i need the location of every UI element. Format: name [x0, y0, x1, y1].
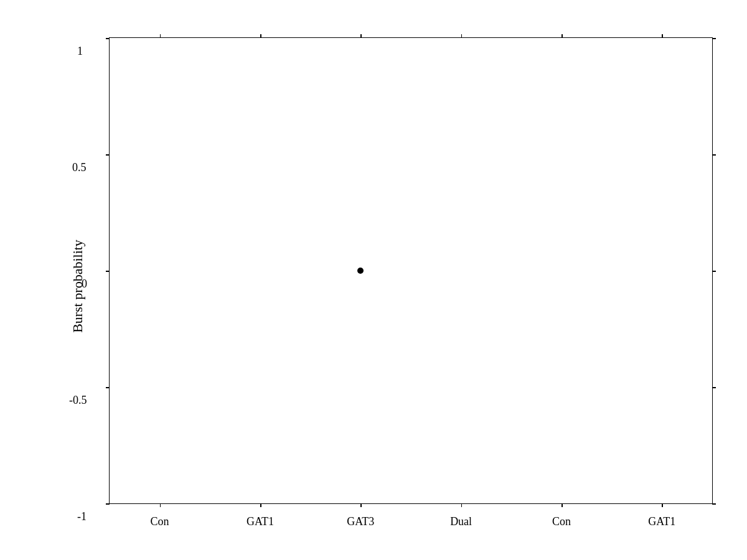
x-tick-con2: [561, 503, 563, 507]
y-label-n1: -1: [77, 510, 87, 523]
y-tick-n05: [106, 387, 110, 388]
x-tick-gat3: [360, 503, 362, 507]
y-tick-n1: [106, 503, 110, 505]
y-tick-right-n1: [712, 503, 716, 505]
x-tick-top-con2: [561, 34, 563, 38]
y-tick-05: [106, 154, 110, 156]
y-tick-1: [106, 38, 110, 39]
x-tick-top-gat1a: [260, 34, 261, 38]
x-tick-top-gat1b: [662, 34, 663, 38]
y-tick-0: [106, 271, 110, 272]
x-tick-top-dual: [461, 34, 463, 38]
data-point-gat3: [357, 268, 364, 274]
x-tick-dual: [461, 503, 463, 507]
y-tick-right-0: [712, 271, 716, 272]
x-label-dual: Dual: [450, 515, 472, 528]
x-tick-gat1b: [662, 503, 663, 507]
y-tick-right-n05: [712, 387, 716, 388]
chart-container: Burst probability 1 0.5 0 -0.5: [0, 0, 747, 560]
x-tick-gat1a: [260, 503, 261, 507]
chart-wrapper: Burst probability 1 0.5 0 -0.5: [65, 31, 719, 541]
x-label-gat3: GAT3: [347, 515, 374, 528]
y-label-n05: -0.5: [69, 394, 87, 407]
x-label-gat1a: GAT1: [247, 515, 274, 528]
x-label-con1: Con: [151, 515, 169, 528]
y-label-1: 1: [77, 45, 83, 58]
x-label-gat1b: GAT1: [648, 515, 675, 528]
x-tick-con1: [160, 503, 161, 507]
x-tick-top-gat3: [360, 34, 362, 38]
y-tick-right-05: [712, 154, 716, 156]
plot-area: 1 0.5 0 -0.5 -1: [109, 37, 713, 504]
y-label-05: 0.5: [72, 161, 87, 174]
y-tick-right-1: [712, 38, 716, 39]
x-tick-top-con1: [160, 34, 161, 38]
x-label-con2: Con: [552, 515, 571, 528]
y-label-0: 0: [82, 278, 87, 291]
